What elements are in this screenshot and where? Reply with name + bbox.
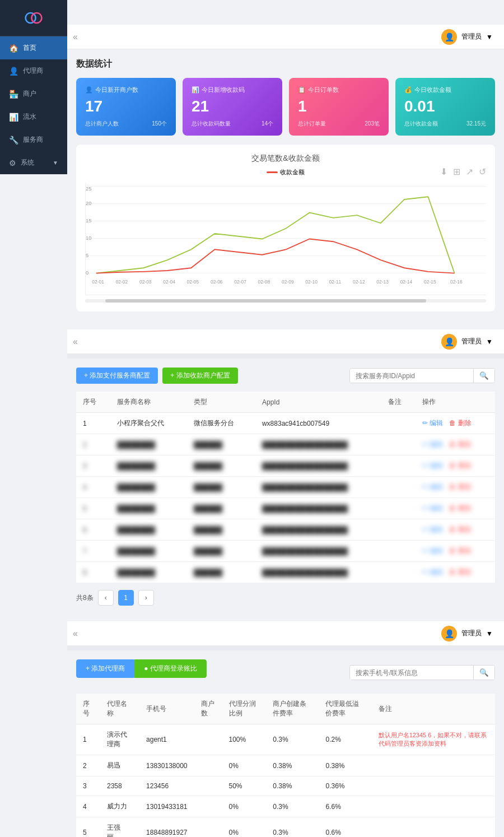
agent-cell-remark bbox=[372, 755, 495, 776]
svg-text:20: 20 bbox=[86, 200, 91, 206]
chart-title: 交易笔数&收款金额 bbox=[85, 154, 486, 164]
svg-text:02-11: 02-11 bbox=[329, 279, 342, 285]
stat-card-qrcodes-footer: 总计收款码数量 14个 bbox=[192, 120, 273, 128]
share-icon[interactable]: ↗ bbox=[466, 166, 473, 177]
header-user-2[interactable]: 👤 管理员 ▼ bbox=[441, 334, 493, 350]
merchants-icon: 👤 bbox=[85, 86, 93, 94]
table-row: 1 小程序聚合父代 微信服务分台 wx883ac941cb007549 ✏ 编辑… bbox=[76, 413, 495, 434]
agent-cell-name: 演示代理商 bbox=[100, 724, 139, 755]
sidebar-item-flow-label: 流水 bbox=[23, 112, 36, 122]
delete-button[interactable]: 🗑 删除 bbox=[449, 504, 471, 513]
collapse-icon-3[interactable]: « bbox=[73, 629, 78, 639]
sidebar-item-service[interactable]: 🔧 服务商 bbox=[0, 128, 67, 151]
page-title: 数据统计 bbox=[76, 58, 495, 70]
edit-button[interactable]: ✏ 编辑 bbox=[422, 440, 443, 449]
add-sp-button[interactable]: + 添加支付服务商配置 bbox=[76, 368, 158, 384]
sidebar-item-system[interactable]: ⚙ 系统 ▼ bbox=[0, 151, 67, 174]
edit-button[interactable]: ✏ 编辑 bbox=[422, 525, 443, 534]
sidebar-item-flow[interactable]: 📊 流水 bbox=[0, 105, 67, 128]
orders-icon: 📋 bbox=[298, 86, 306, 94]
stat-card-qrcodes: 📊 今日新增收款码 21 总计收款码数量 14个 bbox=[183, 78, 282, 136]
svg-text:02-15: 02-15 bbox=[424, 279, 436, 285]
current-page-btn[interactable]: 1 bbox=[118, 590, 134, 606]
delete-button[interactable]: 🗑 删除 bbox=[449, 440, 471, 449]
sidebar-item-merchant[interactable]: 🏪 商户 bbox=[0, 82, 67, 105]
collapse-icon-2[interactable]: « bbox=[73, 337, 78, 347]
header-user-3[interactable]: 👤 管理员 ▼ bbox=[441, 626, 493, 641]
sp-cell-type: ██████ bbox=[187, 477, 255, 498]
sidebar-item-home[interactable]: 🏠 首页 bbox=[0, 36, 67, 59]
agent-tab-bar: + 添加代理商 ● 代理商登录账比 bbox=[76, 659, 207, 678]
sp-cell-id: 3 bbox=[76, 455, 110, 477]
edit-button[interactable]: ✏ 编辑 bbox=[422, 546, 443, 556]
sidebar-item-agent[interactable]: 👤 代理商 bbox=[0, 59, 67, 82]
delete-button[interactable]: 🗑 删除 bbox=[449, 461, 471, 471]
service-provider-section: + 添加支付服务商配置 + 添加收款商户配置 🔍 序号 服务商名称 类型 App… bbox=[67, 354, 504, 621]
service-provider-block: « 👤 管理员 ▼ + 添加支付服务商配置 + 添加收款商户配置 🔍 bbox=[67, 329, 504, 621]
svg-text:02-06: 02-06 bbox=[211, 279, 223, 285]
dropdown-icon-1[interactable]: ▼ bbox=[486, 33, 493, 41]
dashboard-section: 数据统计 👤 今日新开商户数 17 总计商户人数 150个 📊 bbox=[67, 49, 504, 329]
sp-cell-action: ✏ 编辑 🗑 删除 bbox=[416, 498, 495, 519]
tab-add-agent[interactable]: + 添加代理商 bbox=[76, 659, 134, 678]
download-icon[interactable]: ⬇ bbox=[440, 166, 447, 177]
delete-button[interactable]: 🗑 删除 bbox=[449, 482, 471, 492]
dropdown-icon-2[interactable]: ▼ bbox=[486, 338, 493, 346]
agent-search-input[interactable] bbox=[350, 666, 473, 680]
sp-cell-remark bbox=[381, 541, 416, 562]
delete-button[interactable]: 🗑 删除 bbox=[449, 418, 471, 428]
legend-item-revenue: 收款金额 bbox=[267, 168, 305, 176]
agent-cell-merchant-count bbox=[194, 776, 222, 796]
agent-col-split: 代理分润比例 bbox=[222, 694, 267, 724]
header-user-1[interactable]: 👤 管理员 ▼ bbox=[441, 29, 493, 45]
sidebar: 🏠 首页 👤 代理商 🏪 商户 📊 流水 🔧 服务商 ⚙ 系统 ▼ bbox=[0, 0, 67, 174]
sp-cell-name: ████████ bbox=[110, 434, 187, 455]
sp-cell-remark bbox=[381, 455, 416, 477]
sp-cell-appid: ██████████████████ bbox=[255, 498, 381, 519]
sp-cell-name: ████████ bbox=[110, 455, 187, 477]
stat-card-revenue-footer: 总计收款金额 32.15元 bbox=[404, 120, 486, 128]
agent-cell-id: 1 bbox=[76, 724, 100, 755]
prev-page-btn[interactable]: ‹ bbox=[98, 590, 114, 606]
main-content: « 👤 管理员 ▼ 数据统计 👤 今日新开商户数 17 总计商户人数 bbox=[67, 0, 504, 837]
agent-cell-merchant-count bbox=[194, 755, 222, 776]
table-row: 8 ████████ ██████ ██████████████████ ✏ 编… bbox=[76, 562, 495, 583]
legend-label-revenue: 收款金额 bbox=[280, 168, 305, 176]
edit-button[interactable]: ✏ 编辑 bbox=[422, 568, 443, 577]
delete-button[interactable]: 🗑 删除 bbox=[449, 568, 471, 577]
agent-cell-phone: 13830138000 bbox=[139, 755, 194, 776]
agent-cell-create-rate: 0.3% bbox=[266, 724, 319, 755]
sp-cell-action: ✏ 编辑 🗑 删除 bbox=[416, 413, 495, 434]
collapse-icon-1[interactable]: « bbox=[73, 32, 78, 42]
edit-button[interactable]: ✏ 编辑 bbox=[422, 504, 443, 513]
sp-search-input[interactable] bbox=[350, 369, 473, 383]
agent-cell-remark bbox=[372, 817, 495, 838]
edit-button[interactable]: ✏ 编辑 bbox=[422, 418, 443, 428]
sp-search-button[interactable]: 🔍 bbox=[473, 369, 494, 383]
header-bar-2: « 👤 管理员 ▼ bbox=[67, 329, 504, 354]
chart-scrollbar-thumb[interactable] bbox=[105, 299, 426, 303]
agent-search-button[interactable]: 🔍 bbox=[473, 666, 494, 680]
dropdown-icon-3[interactable]: ▼ bbox=[486, 630, 493, 638]
refresh-icon[interactable]: ↺ bbox=[479, 166, 486, 177]
sp-cell-id: 5 bbox=[76, 498, 110, 519]
stat-card-revenue-title: 💰 今日收款金额 bbox=[404, 86, 486, 94]
sidebar-item-system-label: 系统 bbox=[21, 158, 34, 168]
stat-card-merchants-title: 👤 今日新开商户数 bbox=[85, 86, 167, 94]
agent-cell-min-rate: 0.2% bbox=[319, 724, 371, 755]
edit-button[interactable]: ✏ 编辑 bbox=[422, 482, 443, 492]
edit-button[interactable]: ✏ 编辑 bbox=[422, 461, 443, 471]
sp-cell-action: ✏ 编辑 🗑 删除 bbox=[416, 519, 495, 541]
agent-cell-phone: 13019433181 bbox=[139, 796, 194, 817]
agent-cell-merchant-count bbox=[194, 796, 222, 817]
delete-button[interactable]: 🗑 删除 bbox=[449, 546, 471, 556]
chart-scrollbar[interactable] bbox=[85, 299, 486, 303]
delete-button[interactable]: 🗑 删除 bbox=[449, 525, 471, 534]
add-sp-merchant-button[interactable]: + 添加收款商户配置 bbox=[162, 368, 237, 384]
tab-agent-login[interactable]: ● 代理商登录账比 bbox=[134, 659, 207, 678]
merchant-icon: 🏪 bbox=[9, 90, 18, 99]
next-page-btn[interactable]: › bbox=[138, 590, 154, 606]
fullscreen-icon[interactable]: ⊞ bbox=[453, 166, 460, 177]
sp-total: 共8条 bbox=[76, 593, 94, 603]
agent-col-merchant-count: 商户数 bbox=[194, 694, 222, 724]
